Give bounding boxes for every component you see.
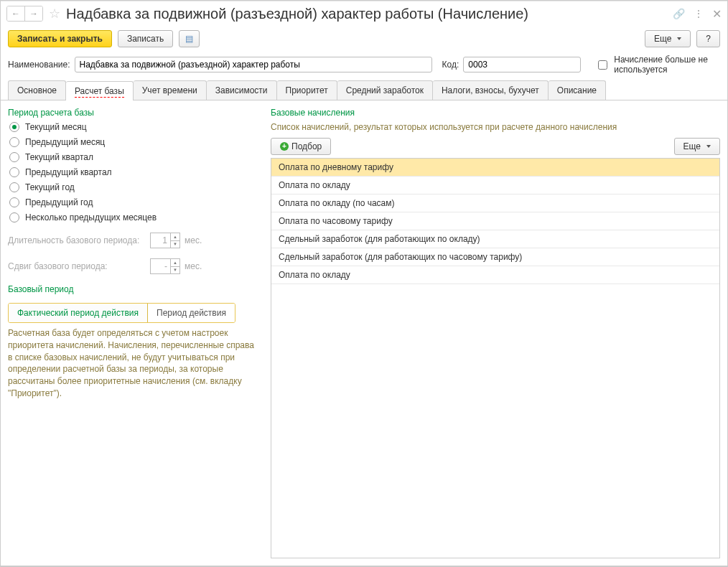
tab-description[interactable]: Описание — [549, 80, 606, 100]
duration-spinner: ▲▼ — [150, 233, 180, 248]
document-icon: ▤ — [185, 34, 193, 44]
list-item[interactable]: Сдельный заработок (для работающих по ок… — [271, 230, 719, 248]
more-button[interactable]: Еще — [645, 30, 691, 47]
nav-back-button[interactable]: ← — [7, 6, 24, 21]
spin-up-icon: ▲ — [171, 259, 179, 267]
base-period-title: Базовый период — [8, 284, 261, 294]
duration-input — [150, 233, 170, 248]
radio-icon — [9, 212, 19, 222]
period-title: Период расчета базы — [8, 108, 261, 118]
list-item[interactable]: Оплата по окладу — [271, 177, 719, 195]
list-item[interactable]: Оплата по окладу (по часам) — [271, 195, 719, 212]
code-label: Код: — [442, 60, 459, 70]
help-button[interactable]: ? — [696, 30, 720, 47]
radio-icon — [9, 197, 19, 207]
period-opt-prev-year[interactable]: Предыдущий год — [9, 197, 261, 207]
unused-checkbox-input[interactable] — [598, 60, 607, 70]
name-input[interactable] — [75, 57, 432, 72]
duration-unit: мес. — [185, 235, 202, 245]
base-period-standard-button[interactable]: Период действия — [147, 304, 235, 322]
window-title: Надбавка за подвижной (разъездной) харак… — [66, 6, 528, 22]
save-and-close-button[interactable]: Записать и закрыть — [8, 30, 112, 47]
shift-spinner: ▲▼ — [150, 258, 180, 274]
external-doc-button[interactable]: ▤ — [179, 30, 200, 47]
base-period-help-text: Расчетная база будет определяться с учет… — [8, 327, 261, 400]
base-calculations-title: Базовые начисления — [271, 108, 720, 118]
period-opt-current-year[interactable]: Текущий год — [9, 182, 261, 192]
tab-base-calc[interactable]: Расчет базы — [66, 81, 134, 100]
period-opt-prev-quarter[interactable]: Предыдущий квартал — [9, 167, 261, 177]
code-input[interactable] — [463, 57, 581, 72]
unused-checkbox[interactable]: Начисление больше не используется — [595, 55, 720, 75]
base-period-actual-button[interactable]: Фактический период действия — [9, 304, 147, 322]
link-icon[interactable]: 🔗 — [673, 8, 685, 19]
radio-icon — [9, 152, 19, 162]
save-button[interactable]: Записать — [118, 30, 173, 47]
shift-unit: мес. — [185, 261, 202, 271]
close-icon[interactable]: ✕ — [712, 7, 722, 21]
radio-icon — [9, 122, 19, 132]
unused-checkbox-label: Начисление больше не используется — [614, 55, 720, 75]
nav-forward-button[interactable]: → — [24, 6, 42, 21]
spin-down-icon: ▼ — [171, 267, 179, 274]
spin-down-icon: ▼ — [171, 241, 179, 248]
duration-label: Длительность базового периода: — [8, 235, 146, 245]
period-opt-current-month[interactable]: Текущий месяц — [9, 122, 261, 132]
radio-icon — [9, 167, 19, 177]
list-item[interactable]: Сдельный заработок (для работающих по ча… — [271, 248, 719, 266]
list-item[interactable]: Оплата по дневному тарифу — [271, 159, 719, 177]
list-item[interactable]: Оплата по окладу — [271, 266, 719, 284]
shift-input — [150, 258, 170, 274]
tab-main[interactable]: Основное — [8, 80, 66, 100]
spin-up-icon: ▲ — [171, 233, 179, 241]
tab-time-tracking[interactable]: Учет времени — [134, 80, 207, 100]
favorite-star-icon[interactable]: ☆ — [49, 6, 60, 22]
tab-priority[interactable]: Приоритет — [277, 80, 337, 100]
shift-label: Сдвиг базового периода: — [8, 261, 146, 271]
period-opt-current-quarter[interactable]: Текущий квартал — [9, 152, 261, 162]
pick-button[interactable]: + Подбор — [271, 138, 331, 155]
plus-icon: + — [280, 142, 289, 151]
period-opt-several-prev-months[interactable]: Несколько предыдущих месяцев — [9, 212, 261, 222]
name-label: Наименование: — [8, 60, 70, 70]
period-opt-prev-month[interactable]: Предыдущий месяц — [9, 137, 261, 147]
base-calculations-desc: Список начислений, результат которых исп… — [271, 122, 720, 132]
list-item[interactable]: Оплата по часовому тарифу — [271, 212, 719, 230]
base-calculations-list[interactable]: Оплата по дневному тарифу Оплата по окла… — [271, 158, 720, 558]
tab-avg-earnings[interactable]: Средний заработок — [337, 80, 433, 100]
tab-taxes[interactable]: Налоги, взносы, бухучет — [433, 80, 549, 100]
radio-icon — [9, 182, 19, 192]
kebab-menu-icon[interactable]: ⋮ — [694, 8, 704, 19]
list-more-button[interactable]: Еще — [674, 138, 720, 155]
tab-dependencies[interactable]: Зависимости — [207, 80, 277, 100]
radio-icon — [9, 137, 19, 147]
